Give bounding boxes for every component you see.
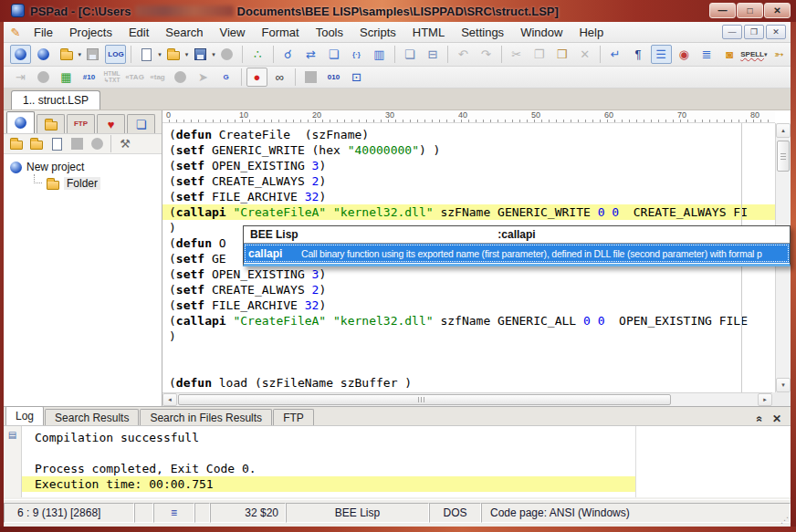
ruler-number: 0	[166, 110, 171, 120]
compile-log-view-icon[interactable]	[33, 45, 54, 64]
print-icon[interactable]: ⊟	[422, 45, 443, 64]
project-add-folder-icon[interactable]	[7, 136, 26, 152]
code-line: (setf FILE_ARCHIVE 32)	[162, 189, 775, 204]
search-in-files-icon[interactable]: ❏	[323, 45, 344, 64]
project-add-file-icon[interactable]	[47, 136, 66, 152]
menu-search[interactable]: Search	[157, 24, 211, 41]
tab-search-results[interactable]: Search Results	[45, 409, 139, 425]
highlighter-cell[interactable]: BEE Lisp	[286, 503, 429, 523]
save-file-icon[interactable]	[190, 45, 211, 64]
ftp-panel-tab-button[interactable]: FTP	[67, 114, 95, 133]
menu-view[interactable]: View	[212, 24, 254, 41]
google-search-button[interactable]: G	[215, 68, 236, 87]
code-line: (defun CreateFile (szFname)	[162, 127, 775, 142]
menu-tools[interactable]: Tools	[308, 24, 351, 41]
code-clips-button[interactable]: {·}	[346, 45, 367, 64]
popup-item-name: callapi	[248, 247, 301, 260]
color-to-code-button[interactable]: #10	[79, 68, 100, 87]
scroll-down-arrow[interactable]: ▾	[776, 378, 791, 392]
menu-help[interactable]: Help	[571, 24, 612, 41]
menu-format[interactable]: Format	[253, 24, 307, 41]
compiler-settings-icon[interactable]: ◉	[674, 45, 695, 64]
minimize-button[interactable]: —	[709, 3, 736, 18]
tab-search-in-files-results[interactable]: Search in Files Results	[140, 409, 272, 425]
document-edit-icon: ✎	[7, 26, 24, 39]
toolbar-separator	[295, 68, 296, 86]
save-file-dropdown[interactable]: ▾	[212, 45, 215, 64]
ruler-number: 70	[677, 110, 686, 120]
tab-log[interactable]: Log	[5, 406, 44, 425]
syntax-highlight-icon[interactable]: ☰	[651, 45, 672, 64]
open-in-hex-button[interactable]: 010	[323, 68, 344, 87]
open-project-dropdown[interactable]: ▾	[78, 45, 81, 64]
search-replace-icon[interactable]: ⇄	[300, 45, 321, 64]
spell-check-button[interactable]: SPELL	[742, 45, 763, 64]
open-file-dropdown[interactable]: ▾	[184, 45, 188, 64]
new-file-dropdown[interactable]: ▾	[158, 45, 162, 64]
mdi-restore-button[interactable]: ❐	[744, 25, 764, 39]
favorites-panel-tab-icon[interactable]: ♥	[97, 114, 125, 133]
paste-icon[interactable]: ❒	[551, 45, 572, 64]
open-file-icon[interactable]	[162, 45, 183, 64]
files-panel-tab-icon[interactable]	[37, 114, 65, 133]
vertical-scroll-thumb[interactable]	[777, 141, 790, 172]
scroll-up-arrow[interactable]: ▴	[776, 123, 791, 138]
project-panel-tab-icon[interactable]	[6, 111, 35, 133]
scroll-left-arrow[interactable]: ◂	[162, 393, 177, 406]
show-control-chars-icon[interactable]: ¶	[628, 45, 649, 64]
tab-ftp[interactable]: FTP	[273, 409, 314, 425]
record-macro-icon[interactable]: ●	[246, 68, 267, 87]
menu-edit[interactable]: Edit	[120, 24, 157, 41]
close-button[interactable]: ✕	[764, 3, 791, 18]
ruler-number: 60	[604, 110, 613, 120]
tree-item-folder[interactable]: Folder	[5, 175, 160, 192]
color-select-icon[interactable]: ▦	[56, 68, 77, 87]
mdi-minimize-button[interactable]: —	[722, 25, 742, 39]
resize-grip[interactable]: ⋰	[780, 516, 789, 525]
horizontal-scrollbar[interactable]: ◂ ▸	[162, 392, 772, 406]
horizontal-scroll-thumb[interactable]	[178, 394, 671, 405]
tab-struct-lsp[interactable]: 1.. struct.LSP	[11, 90, 100, 110]
title-bar: PSPad - [C:\UsersDocuments\BEE LISP\samp…	[0, 0, 796, 22]
line-ending-cell[interactable]: DOS	[429, 503, 481, 523]
code-line: )	[162, 329, 775, 344]
code-explorer-icon[interactable]: ∴	[247, 45, 268, 64]
menu-scripts[interactable]: Scripts	[351, 24, 404, 41]
code-line: (defun load (szFileName szBuffer )	[162, 375, 775, 391]
title-suffix: Documents\BEE LISP\samples\LISPPAD\SRC\s…	[237, 5, 559, 18]
project-settings-icon[interactable]: ⚒	[116, 136, 134, 152]
menu-html[interactable]: HTML	[404, 24, 453, 41]
word-wrap-icon[interactable]: ↵	[605, 45, 626, 64]
open-project-icon[interactable]	[56, 45, 77, 64]
system-console-icon[interactable]: ⊡	[346, 68, 367, 87]
windows-panel-tab-icon[interactable]: ❏	[127, 114, 155, 133]
log-window-button[interactable]: LOG	[105, 45, 126, 64]
collapse-panel-icon[interactable]: «	[754, 416, 767, 422]
popup-selected-item[interactable]: callapi Call binary function using its e…	[244, 244, 790, 263]
run-compile-icon[interactable]	[10, 45, 31, 64]
help-book-icon[interactable]: ▥	[369, 45, 390, 64]
menu-settings[interactable]: Settings	[453, 24, 512, 41]
scroll-right-arrow[interactable]: ▸	[758, 393, 772, 406]
close-panel-icon[interactable]: ✕	[772, 412, 781, 425]
new-file-icon[interactable]	[136, 45, 157, 64]
log-output[interactable]: Compilation successfullProcess completed…	[22, 426, 791, 497]
reading-glasses-icon[interactable]: ∞	[269, 68, 290, 87]
lock-file-icon[interactable]: ◙	[719, 45, 740, 64]
stay-on-top-icon[interactable]: ➳	[769, 45, 790, 64]
popup-header: BEE Lisp :callapi	[244, 226, 790, 244]
tree-item-new-project[interactable]: New project	[5, 159, 160, 175]
mdi-close-button[interactable]: ✕	[766, 25, 786, 39]
search-icon[interactable]: ☌	[278, 45, 298, 64]
print-preview-icon[interactable]: ❏	[399, 45, 420, 64]
menu-window[interactable]: Window	[512, 24, 571, 41]
menu-file[interactable]: File	[26, 24, 61, 41]
maximize-button[interactable]: □	[737, 3, 763, 18]
line-numbers-icon[interactable]: ≣	[696, 45, 717, 64]
spell-check-dropdown[interactable]: ▾	[764, 45, 768, 64]
code-page-cell[interactable]: Code page: ANSI (Windows)	[481, 503, 791, 523]
menu-projects[interactable]: Projects	[61, 24, 120, 41]
send-mail-icon: ➤	[193, 68, 214, 87]
bottom-tab-bar: Log Search Results Search in Files Resul…	[4, 407, 791, 426]
project-delete-folder-icon[interactable]	[27, 136, 46, 152]
